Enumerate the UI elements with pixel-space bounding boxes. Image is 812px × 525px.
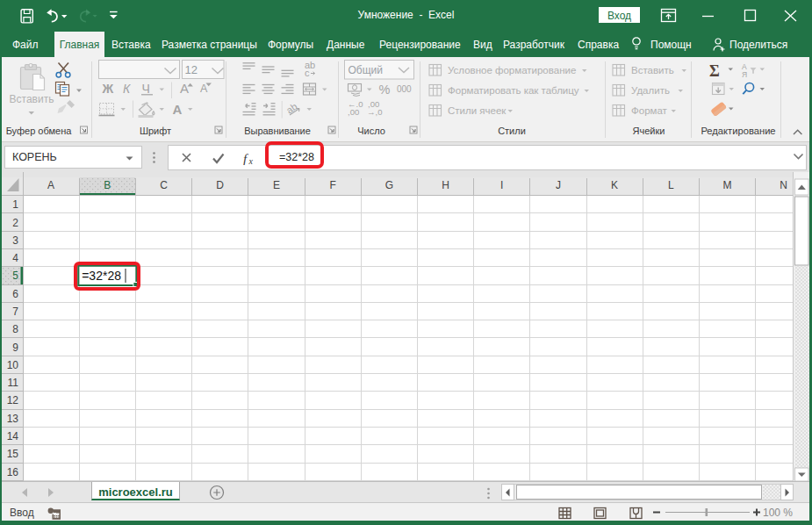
svg-text:8: 8 (12, 323, 18, 335)
svg-text:E: E (273, 179, 280, 191)
svg-text:K: K (611, 179, 618, 191)
svg-text:F: F (329, 179, 335, 191)
svg-text:6: 6 (12, 288, 18, 300)
svg-text:Число: Число (357, 126, 385, 136)
svg-text:13: 13 (7, 413, 19, 425)
svg-text:G: G (385, 179, 393, 191)
svg-text:Вставить: Вставить (631, 65, 674, 76)
svg-text:Буфер обмена: Буфер обмена (6, 126, 73, 136)
svg-text:Удалить: Удалить (631, 85, 670, 96)
svg-text:3: 3 (12, 234, 18, 247)
svg-text:H: H (442, 179, 449, 191)
svg-text:I: I (500, 179, 503, 191)
svg-text:Стили ячеек: Стили ячеек (448, 105, 507, 116)
svg-text:N: N (780, 179, 787, 191)
svg-text:12: 12 (185, 63, 198, 76)
svg-text:Выравнивание: Выравнивание (244, 126, 311, 136)
svg-text:M: M (723, 179, 732, 191)
svg-text:A: A (47, 179, 54, 191)
svg-text:16: 16 (7, 466, 19, 478)
svg-text:000: 000 (397, 84, 412, 94)
svg-text:x: x (248, 156, 254, 166)
svg-text:→,0: →,0 (367, 107, 382, 117)
svg-text:14: 14 (7, 430, 19, 442)
svg-text:11: 11 (8, 377, 19, 389)
svg-text:5: 5 (12, 270, 18, 282)
svg-text:15: 15 (7, 448, 19, 460)
svg-text:D: D (216, 179, 224, 191)
svg-text:Формат: Формат (631, 105, 668, 116)
svg-text:Ячейки: Ячейки (633, 126, 665, 136)
svg-text:Стили: Стили (498, 126, 526, 136)
svg-text:c: c (305, 68, 310, 78)
svg-text:%: % (379, 83, 391, 97)
svg-text:12: 12 (7, 394, 19, 406)
svg-text:10: 10 (7, 359, 19, 371)
svg-text:C: C (160, 179, 168, 191)
svg-text:9: 9 (12, 342, 18, 354)
svg-text:Вставить: Вставить (10, 93, 54, 105)
svg-text:Форматировать как таблицу: Форматировать как таблицу (448, 85, 579, 96)
svg-text:A: A (180, 81, 189, 96)
svg-text:2: 2 (12, 217, 18, 229)
svg-text:Ж: Ж (102, 82, 114, 96)
svg-text:,00: ,00 (348, 107, 359, 117)
svg-text:Шрифт: Шрифт (140, 126, 171, 136)
svg-text:4: 4 (12, 252, 18, 264)
svg-text:B: B (104, 179, 111, 191)
svg-text:J: J (556, 179, 561, 191)
svg-text:A: A (200, 83, 208, 95)
svg-text:Я: Я (742, 70, 747, 79)
svg-text:f: f (243, 152, 248, 165)
svg-text:Общий: Общий (349, 64, 384, 76)
svg-text:L: L (668, 179, 674, 191)
svg-text:К: К (123, 82, 131, 96)
svg-text:Ч: Ч (142, 82, 150, 96)
svg-text:Условное форматирование: Условное форматирование (448, 65, 576, 76)
svg-text:Σ: Σ (709, 62, 720, 80)
svg-text:1: 1 (12, 198, 18, 211)
svg-text:A: A (173, 102, 183, 117)
svg-text:7: 7 (12, 306, 18, 318)
svg-text:Редактирование: Редактирование (701, 126, 775, 136)
